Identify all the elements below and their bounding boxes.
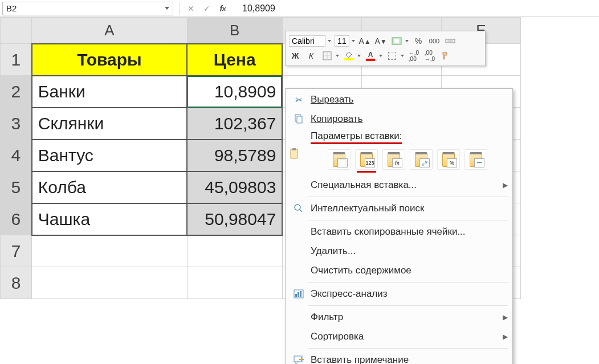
menu-copy-label: Копировать [307, 113, 508, 125]
row-header-1[interactable]: 1 [1, 44, 32, 76]
italic-button[interactable]: К [305, 50, 317, 62]
col-header-A[interactable]: A [32, 18, 187, 44]
separator [308, 282, 508, 283]
menu-insert-comment[interactable]: Вставить примечание [286, 350, 512, 364]
font-size-input[interactable] [335, 35, 349, 47]
select-all-corner[interactable] [1, 18, 32, 44]
svg-rect-12 [298, 292, 299, 297]
chevron-down-icon[interactable] [401, 55, 404, 57]
accounting-format-icon[interactable] [390, 35, 403, 47]
cell-A1[interactable]: Товары [32, 44, 187, 76]
cell-A4[interactable]: Вантус [32, 140, 187, 171]
borders-icon[interactable] [321, 50, 333, 62]
paste-formatting-button[interactable]: % [437, 149, 460, 170]
paste-transpose-button[interactable] [410, 149, 433, 170]
chevron-down-icon[interactable] [165, 7, 169, 10]
paste-page-icon [337, 158, 348, 167]
border-style-icon[interactable] [386, 50, 398, 62]
cell-B2[interactable]: 10,8909 [187, 76, 282, 108]
row-header-2[interactable]: 2 [1, 76, 32, 108]
menu-sort-label: Сортировка [307, 331, 502, 342]
menu-delete-label: Удалить... [307, 246, 508, 257]
font-name-input[interactable] [289, 35, 325, 47]
cell-A8[interactable] [32, 267, 187, 299]
cell-B6[interactable]: 50,98047 [187, 203, 282, 235]
menu-quick-analysis[interactable]: Экспресс-анализ [286, 284, 512, 304]
percent-icon[interactable]: % [412, 35, 425, 47]
chevron-down-icon[interactable] [357, 55, 361, 57]
comma-style-icon[interactable]: 000 [428, 35, 441, 47]
paste-123-label: 123 [365, 158, 375, 167]
font-color-icon[interactable]: A [364, 50, 377, 62]
svg-rect-8 [340, 159, 345, 166]
cell-B3[interactable]: 102,367 [187, 108, 282, 140]
cell-A3[interactable]: Склянки [32, 108, 187, 140]
row-header-5[interactable]: 5 [1, 171, 32, 203]
row-header-3[interactable]: 3 [1, 108, 32, 140]
chevron-down-icon[interactable] [379, 55, 382, 57]
comment-icon [290, 355, 307, 364]
menu-filter[interactable]: Фильтр ▶ [286, 308, 512, 327]
paste-fx-label: fx [392, 158, 402, 167]
svg-rect-6 [291, 149, 298, 158]
chevron-down-icon[interactable] [405, 40, 409, 42]
mini-toolbar: A▲ A▼ % 000 Ж К A ←,0,00 ,00→,0 [285, 31, 486, 66]
fx-icon[interactable]: fx [215, 2, 231, 15]
cell-B8[interactable] [187, 267, 282, 299]
cell-B1[interactable]: Цена [187, 44, 282, 76]
separator [308, 197, 508, 197]
menu-insert-copied-label: Вставить скопированные ячейки... [307, 226, 508, 238]
chevron-down-icon[interactable] [352, 40, 355, 42]
paste-default-button[interactable] [328, 149, 351, 170]
paste-transpose-icon [419, 158, 430, 167]
fill-color-icon[interactable] [343, 50, 355, 62]
cell-B4[interactable]: 98,5789 [187, 140, 282, 171]
merge-center-icon[interactable] [444, 35, 457, 47]
cell-B7[interactable] [187, 235, 282, 267]
paste-values-button[interactable]: 123 [355, 149, 378, 170]
menu-clear-contents[interactable]: Очистить содержимое [286, 261, 512, 280]
name-box[interactable]: B2 [2, 2, 173, 15]
menu-cut[interactable]: ✂ Вырезать [286, 90, 512, 109]
menu-paste-special[interactable]: Специальная вставка... ▶ [286, 175, 512, 195]
menu-smart-lookup[interactable]: Интеллектуальный поиск [286, 199, 512, 218]
menu-cut-label: Вырезать [307, 94, 508, 105]
context-menu: ✂ Вырезать Копировать Параметры вставки:… [285, 88, 513, 364]
format-painter-icon[interactable] [439, 50, 452, 62]
copy-icon [290, 114, 307, 124]
clipboard-icon [286, 148, 303, 159]
svg-rect-5 [297, 116, 302, 123]
svg-rect-1 [394, 39, 399, 43]
menu-sort[interactable]: Сортировка ▶ [286, 327, 512, 346]
paste-link-button[interactable] [464, 149, 487, 170]
confirm-formula-icon[interactable]: ✓ [199, 2, 215, 15]
menu-filter-label: Фильтр [307, 312, 502, 323]
increase-decimal-icon[interactable]: ←,0,00 [408, 50, 420, 62]
row-header-8[interactable]: 8 [1, 267, 32, 299]
decrease-decimal-icon[interactable]: ,00→,0 [423, 50, 436, 62]
col-header-B[interactable]: B [187, 18, 282, 44]
svg-rect-13 [300, 291, 301, 297]
menu-copy[interactable]: Копировать [286, 109, 512, 129]
cancel-formula-icon[interactable]: ✕ [183, 2, 199, 15]
chevron-down-icon[interactable] [328, 40, 331, 42]
row-header-4[interactable]: 4 [1, 140, 32, 171]
cell-B5[interactable]: 45,09803 [187, 171, 282, 203]
decrease-font-icon[interactable]: A▼ [374, 35, 387, 47]
paste-link-icon [474, 158, 484, 167]
row-header-7[interactable]: 7 [1, 235, 32, 267]
cell-A2[interactable]: Банки [32, 76, 187, 108]
menu-insert-copied[interactable]: Вставить скопированные ячейки... [286, 222, 512, 242]
row-header-6[interactable]: 6 [1, 203, 32, 235]
chevron-down-icon[interactable] [336, 55, 339, 57]
menu-delete[interactable]: Удалить... [286, 242, 512, 261]
cell-A6[interactable]: Чашка [32, 203, 187, 235]
paste-options-label: Параметры вставки: [311, 130, 402, 144]
cell-A5[interactable]: Колба [32, 171, 187, 203]
cell-A7[interactable] [32, 235, 187, 267]
bold-button[interactable]: Ж [289, 50, 301, 62]
chevron-right-icon: ▶ [503, 181, 508, 189]
increase-font-icon[interactable]: A▲ [358, 35, 371, 47]
paste-formulas-button[interactable]: fx [382, 149, 405, 170]
formula-value[interactable]: 10,8909 [231, 3, 599, 14]
